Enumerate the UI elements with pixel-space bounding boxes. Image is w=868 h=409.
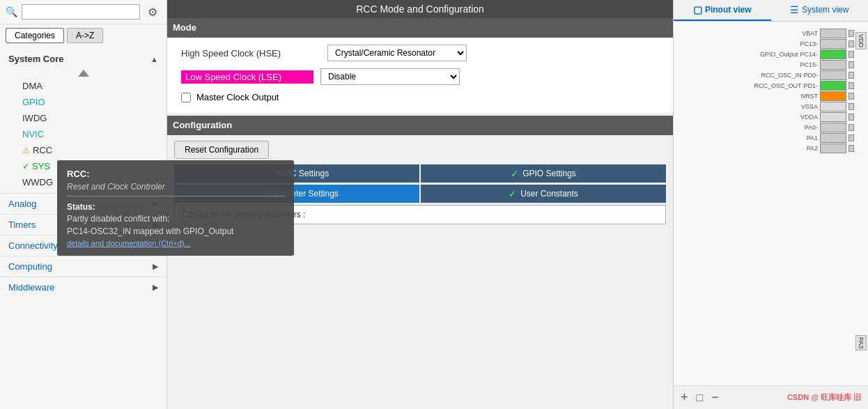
pin-pa0: PA0- (754, 123, 854, 132)
tooltip-popup: RCC: Reset and Clock Controler Status: P… (57, 160, 294, 256)
tab-bar: Categories A->Z (0, 24, 166, 47)
sidebar-item-rcc[interactable]: ⚠ RCC (14, 142, 166, 158)
computing-arrow-icon: ▶ (153, 262, 158, 271)
search-bar: 🔍 ⚙ (0, 0, 166, 24)
search-icon: 🔍 (6, 6, 17, 17)
pinout-view-label: Pinout view (705, 5, 752, 15)
reset-config-button[interactable]: Reset Configuration (174, 141, 269, 159)
pinout-area: VDD VBAT PC13- (674, 22, 868, 385)
user-constants-tab[interactable]: ✓ User Constants (421, 185, 666, 203)
system-icon: ☰ (790, 4, 799, 15)
config-section-header: Configuration (167, 116, 673, 135)
gear-button[interactable]: ⚙ (144, 3, 161, 20)
sidebar-item-gpio[interactable]: GPIO (14, 94, 166, 110)
pin-connector-vssa (848, 103, 854, 110)
view-tabs: ▢ Pinout view ☰ System view (674, 0, 868, 22)
pin-connector-vbat (848, 30, 854, 37)
a-to-z-tab[interactable]: A->Z (67, 28, 103, 43)
pin-connector-pd1 (848, 82, 854, 89)
tooltip-title: RCC: (67, 169, 284, 179)
tooltip-conflict-text: PC14-OSC32_IN mapped with GPIO_Output (67, 226, 284, 236)
pin-pd0: RCC_OSC_IN PD0- (754, 70, 854, 80)
pin-pc14: GPIO_Output PC14- (754, 49, 854, 59)
pin-vbat: VBAT (754, 29, 854, 38)
pin-nrst: NRST (754, 91, 854, 101)
pin-pa1: PA1 (754, 133, 854, 143)
up-arrow-icon[interactable] (78, 70, 89, 77)
warning-icon: ⚠ (22, 146, 30, 155)
tooltip-subtitle: Reset and Clock Controler (67, 182, 284, 196)
lse-select[interactable]: Disable (320, 68, 460, 85)
panel-title: RCC Mode and Configuration (167, 0, 673, 18)
tooltip-docs-link[interactable]: details and documentation (Ctrl+d)... (67, 239, 284, 247)
hse-row: High Speed Clock (HSE) Crystal/Ceramic R… (181, 45, 659, 61)
pin-connector-pd0 (848, 72, 854, 79)
pin-connector-pc13 (848, 40, 854, 47)
pin-connector-nrst (848, 93, 854, 100)
master-clock-row: Master Clock Output (181, 92, 659, 102)
right-panel: ▢ Pinout view ☰ System view VDD VBAT (673, 0, 868, 409)
gpio-settings-tab[interactable]: ✓ GPIO Settings (421, 164, 666, 183)
pin-pc15: PC15- (754, 60, 854, 70)
user-check-icon: ✓ (509, 188, 517, 199)
chip-pins: VBAT PC13- GPIO_Output PC14- (754, 29, 854, 153)
tooltip-status-text: Partly disabled conflict with: (67, 214, 284, 224)
zoom-in-button[interactable]: + (681, 390, 688, 405)
pin-vdda: VDDA (754, 112, 854, 122)
sidebar-item-nvic[interactable]: NVIC (14, 126, 166, 142)
sidebar-item-dma[interactable]: DMA (14, 78, 166, 94)
bottom-toolbar: + □ − CSDN @ 旺库哇库 旧 (674, 385, 868, 409)
categories-tab[interactable]: Categories (6, 28, 64, 43)
pin-connector-pc15 (848, 61, 854, 68)
system-core-header[interactable]: System Core ▲ (0, 49, 166, 68)
gpio-check-icon: ✓ (511, 168, 519, 179)
lse-row: Low Speed Clock (LSE) Disable (181, 68, 659, 85)
pin-connector-vdda (848, 114, 854, 121)
master-clock-label: Master Clock Output (196, 92, 279, 102)
system-view-label: System view (802, 5, 848, 15)
zoom-controls: + □ − (681, 390, 719, 405)
master-clock-checkbox[interactable] (181, 93, 191, 102)
pa3-label: PA3 (855, 335, 867, 350)
hse-select[interactable]: Crystal/Ceramic Resonator (327, 45, 467, 61)
pin-connector-pa2 (848, 145, 854, 152)
system-core-label: System Core (8, 54, 63, 64)
mode-content: High Speed Clock (HSE) Crystal/Ceramic R… (167, 38, 673, 113)
mode-label: Mode (173, 20, 667, 36)
pinout-icon: ▢ (693, 4, 702, 15)
pin-connector-pa0 (848, 124, 854, 131)
zoom-out-button[interactable]: − (711, 390, 719, 405)
scroll-up[interactable] (0, 68, 166, 78)
fit-button[interactable]: □ (697, 392, 704, 404)
middleware-arrow-icon: ▶ (153, 283, 158, 292)
tooltip-status-label: Status: (67, 202, 284, 212)
lse-label: Low Speed Clock (LSE) (181, 70, 313, 84)
pin-pd1: RCC_OSC_OUT PD1- (754, 81, 854, 91)
sidebar-item-iwdg[interactable]: IWDG (14, 110, 166, 126)
sidebar-item-computing[interactable]: Computing ▶ (0, 256, 166, 277)
pin-pc13: PC13- (754, 39, 854, 49)
sidebar-item-middleware[interactable]: Middleware ▶ (0, 277, 166, 298)
hse-label: High Speed Clock (HSE) (181, 48, 320, 59)
user-constants-label: User Constants (520, 189, 578, 199)
pin-vssa: VSSA (754, 102, 854, 111)
pin-pa2: PA2 (754, 144, 854, 153)
pin-connector-pa1 (848, 134, 854, 141)
system-core-arrow: ▲ (150, 55, 158, 63)
vdd-label: VDD (855, 32, 867, 49)
pinout-view-tab[interactable]: ▢ Pinout view (674, 0, 771, 21)
pin-connector-pc14 (848, 51, 854, 58)
system-view-tab[interactable]: ☰ System view (771, 0, 869, 21)
config-label: Configuration (173, 117, 667, 134)
check-icon-sys: ✓ (22, 162, 29, 171)
mode-section-header: Mode (167, 18, 673, 38)
csdn-watermark: CSDN @ 旺库哇库 旧 (787, 392, 861, 403)
gpio-settings-label: GPIO Settings (522, 169, 576, 178)
search-input[interactable] (22, 4, 140, 20)
